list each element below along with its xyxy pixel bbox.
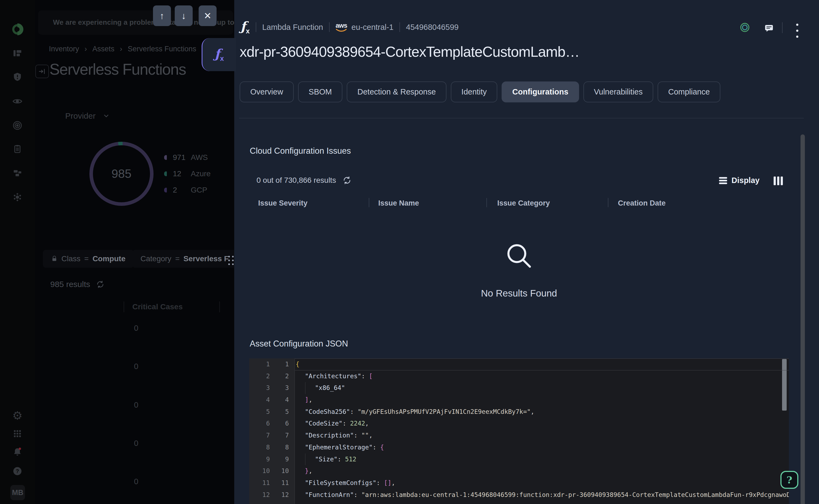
help-button[interactable]: ? bbox=[780, 471, 798, 489]
panel-tabs: Overview SBOM Detection & Response Ident… bbox=[240, 81, 720, 102]
close-panel-button close-icon[interactable]: ✕ bbox=[199, 5, 216, 26]
panel-resize-handle[interactable] bbox=[228, 256, 234, 265]
collapse-panel-button[interactable] bbox=[35, 65, 49, 78]
code-line: "CodeSize": 2242, bbox=[295, 418, 789, 430]
provider-dropdown[interactable]: Provider bbox=[65, 111, 110, 121]
col-issue-severity[interactable]: Issue Severity bbox=[258, 199, 307, 207]
svg-text:?: ? bbox=[16, 468, 19, 474]
sidebar-item-assets blocks-icon[interactable] bbox=[0, 168, 35, 178]
account-id-label: 454968046599 bbox=[406, 23, 459, 32]
donut-legend: 971 AWS 12 Azure 2 GCP bbox=[164, 152, 211, 201]
line-number: 22 bbox=[249, 370, 294, 382]
tab-overview[interactable]: Overview bbox=[240, 81, 294, 102]
breadcrumb: Inventory › Assets › Serverless Function… bbox=[49, 45, 196, 53]
legend-item-gcp: 2 GCP bbox=[164, 185, 211, 196]
legend-item-azure: 12 Azure bbox=[164, 168, 211, 179]
divider bbox=[256, 22, 256, 32]
legend-item-aws: 971 AWS bbox=[164, 152, 211, 163]
help question-icon[interactable]: ? bbox=[0, 466, 35, 476]
breadcrumb-separator: › bbox=[120, 45, 122, 53]
notifications bell-icon[interactable] bbox=[0, 447, 35, 458]
sidebar-item-visibility eye-icon[interactable] bbox=[0, 96, 35, 106]
legend-bullet bbox=[164, 171, 167, 176]
legend-value: 971 bbox=[173, 153, 191, 162]
sidebar-item-dashboards[interactable] bbox=[0, 48, 35, 58]
aws-logo: aws bbox=[335, 22, 347, 32]
json-code-editor[interactable]: 112233445566778899101011111212 {"Archite… bbox=[249, 358, 789, 504]
next-asset-button arrow-down-icon[interactable]: ↓ bbox=[175, 5, 193, 26]
table-cell: 0 bbox=[134, 362, 138, 371]
more-options-icon[interactable] bbox=[796, 22, 798, 40]
panel-header: ƒx Lambda Function aws eu-central-1 4549… bbox=[240, 19, 459, 35]
chevron-down-icon bbox=[103, 112, 110, 119]
code-line: "FileSystemConfigs": [], bbox=[295, 477, 789, 489]
panel-scrollbar[interactable] bbox=[801, 134, 805, 504]
feedback-chat-icon[interactable] bbox=[764, 23, 774, 33]
region-label: eu-central-1 bbox=[351, 23, 393, 32]
tabs-divider bbox=[239, 118, 804, 118]
donut-total: 985 bbox=[111, 167, 131, 181]
filter-chip-class[interactable]: Class = Compute bbox=[43, 250, 134, 268]
column-divider[interactable] bbox=[608, 198, 608, 207]
code-line: "CodeSha256": "m/yGFEsUhsAPsPMUfV2PAjFvI… bbox=[295, 406, 789, 418]
display-button[interactable]: Display bbox=[719, 176, 760, 185]
line-number: 66 bbox=[249, 418, 294, 430]
divider bbox=[399, 22, 400, 32]
col-issue-category[interactable]: Issue Category bbox=[497, 199, 550, 207]
notification-dot bbox=[19, 448, 21, 450]
tab-detection-response[interactable]: Detection & Response bbox=[347, 81, 447, 102]
tab-compliance[interactable]: Compliance bbox=[658, 81, 720, 102]
column-divider bbox=[219, 301, 220, 312]
col-issue-name[interactable]: Issue Name bbox=[378, 199, 419, 207]
lambda-panel-tab[interactable]: ƒx bbox=[202, 38, 236, 71]
breadcrumb-inventory[interactable]: Inventory bbox=[49, 45, 79, 53]
arrow-to-bar-icon bbox=[38, 68, 46, 75]
cortex-logo[interactable] bbox=[0, 23, 35, 36]
legend-value: 2 bbox=[173, 186, 191, 194]
ai-rings-icon[interactable] bbox=[740, 22, 750, 33]
tab-identity[interactable]: Identity bbox=[451, 81, 498, 102]
col-creation-date[interactable]: Creation Date bbox=[618, 199, 666, 207]
display-label: Display bbox=[732, 176, 760, 185]
panel-nav-buttons: ↑ ↓ ✕ bbox=[153, 5, 216, 26]
issues-results-text: 0 out of 730,866 results bbox=[256, 176, 336, 185]
code-area: {"Architectures": ["x86_64"],"CodeSha256… bbox=[294, 358, 789, 504]
column-divider bbox=[124, 301, 124, 312]
refresh-icon[interactable] bbox=[343, 176, 351, 185]
issues-results-count: 0 out of 730,866 results bbox=[256, 176, 351, 185]
apps grid-icon[interactable] bbox=[0, 429, 35, 438]
sidebar-item-threat bug-icon[interactable] bbox=[0, 192, 35, 202]
line-number: 33 bbox=[249, 382, 294, 394]
divider bbox=[782, 22, 783, 33]
line-number: 44 bbox=[249, 394, 294, 406]
user-avatar[interactable]: MB bbox=[10, 485, 25, 500]
previous-asset-button arrow-up-icon[interactable]: ↑ bbox=[153, 5, 171, 26]
line-number: 55 bbox=[249, 406, 294, 418]
lock-icon bbox=[51, 256, 58, 262]
code-line: "FunctionArn": "arn:aws:lambda:eu-centra… bbox=[295, 489, 789, 501]
filter-value: Serverless F bbox=[183, 254, 229, 263]
refresh-icon[interactable] bbox=[96, 280, 104, 288]
breadcrumb-assets[interactable]: Assets bbox=[92, 45, 114, 53]
line-number: 1212 bbox=[249, 489, 294, 501]
settings gear-icon[interactable]: ⚙ bbox=[0, 409, 35, 422]
table-cell: 0 bbox=[134, 401, 138, 409]
column-divider[interactable] bbox=[369, 198, 369, 207]
column-divider[interactable] bbox=[487, 198, 487, 207]
sidebar-item-reports clipboard-icon[interactable] bbox=[0, 144, 35, 154]
sidebar-item-incidents shield-alert-icon[interactable] bbox=[0, 72, 35, 82]
sidebar-item-detection target-icon[interactable] bbox=[0, 120, 35, 131]
filter-operator: = bbox=[84, 254, 89, 263]
code-line: "Architectures": [ bbox=[295, 370, 789, 382]
table-cell: 0 bbox=[134, 439, 138, 448]
tab-configurations[interactable]: Configurations bbox=[502, 81, 579, 102]
bg-column-critical-cases: Critical Cases bbox=[132, 303, 183, 311]
column-picker-icon[interactable] bbox=[774, 177, 783, 185]
results-text: 985 results bbox=[50, 280, 90, 289]
sidebar: ⚙ ? MB bbox=[0, 0, 35, 504]
asset-title: xdr-pr-3609409389654-CortexTemplateCusto… bbox=[240, 43, 579, 60]
filter-field: Category bbox=[140, 254, 171, 263]
tab-sbom[interactable]: SBOM bbox=[298, 81, 342, 102]
legend-bullet bbox=[164, 155, 167, 160]
tab-vulnerabilities[interactable]: Vulnerabilities bbox=[584, 81, 653, 102]
